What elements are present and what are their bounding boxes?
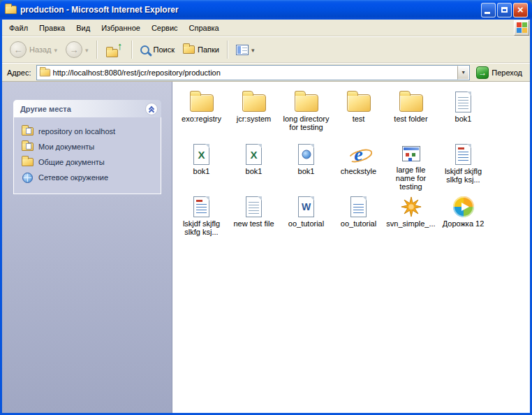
documents-folder-icon <box>21 143 34 151</box>
up-button[interactable] <box>102 41 127 59</box>
file-item[interactable]: svn_simple_... <box>385 191 437 243</box>
file-grid: exo:registry jcr:system long directory f… <box>175 86 530 243</box>
globe-icon <box>302 150 311 159</box>
excel-document-icon: X <box>246 144 262 165</box>
sidebar-item-my-documents[interactable]: Мои документы <box>21 139 156 154</box>
shared-documents-icon <box>21 158 34 166</box>
file-item[interactable]: lskjdf skjflg slkfg ksj... <box>437 138 489 191</box>
file-item[interactable]: test folder <box>385 86 437 138</box>
minimize-icon <box>485 12 490 14</box>
file-item[interactable]: Дорожка 12 <box>437 191 489 243</box>
maximize-icon <box>501 7 508 13</box>
close-button[interactable] <box>513 3 528 17</box>
document-icon <box>455 144 471 165</box>
minimize-button[interactable] <box>481 3 496 17</box>
forward-icon <box>66 41 82 58</box>
window-system-icon[interactable] <box>5 6 17 14</box>
file-item[interactable]: X bok1 <box>228 138 280 191</box>
task-pane: Другие места repository on localhost Мои… <box>2 82 172 413</box>
other-places-header[interactable]: Другие места <box>13 100 161 117</box>
address-dropdown-button[interactable] <box>457 66 469 80</box>
folders-label: Папки <box>198 45 219 54</box>
excel-x-glyph: X <box>246 145 261 164</box>
forward-dropdown-icon <box>85 45 89 54</box>
folder-icon <box>399 94 423 112</box>
network-places-icon <box>21 173 34 183</box>
html-document-icon <box>298 144 314 165</box>
go-arrow-icon <box>476 66 489 79</box>
document-icon <box>350 196 367 217</box>
search-icon <box>140 45 149 54</box>
collapse-chevron-icon[interactable] <box>145 103 158 115</box>
go-button[interactable]: Переход <box>473 66 526 79</box>
file-list-area: exo:registry jcr:system long directory f… <box>172 82 530 413</box>
toolbar-separator <box>227 41 228 59</box>
forward-button[interactable] <box>62 40 92 59</box>
file-item[interactable]: e checkstyle <box>332 138 385 191</box>
file-item[interactable]: large file name for testing <box>385 138 437 191</box>
file-item[interactable]: oo_tutorial <box>332 191 385 243</box>
address-label: Адрес: <box>6 68 33 77</box>
maximize-button[interactable] <box>497 3 512 17</box>
excel-document-icon: X <box>193 144 209 165</box>
explorer-content: Другие места repository on localhost Мои… <box>2 82 530 413</box>
gear-icon <box>401 196 422 217</box>
back-label: Назад <box>29 45 52 54</box>
document-icon <box>193 196 209 217</box>
file-item[interactable]: bok1 <box>280 138 332 191</box>
views-button[interactable] <box>232 43 258 57</box>
sidebar-item-network[interactable]: Сетевое окружение <box>21 170 156 185</box>
file-item[interactable]: new test file <box>228 191 280 243</box>
toolbar-separator <box>96 41 98 59</box>
text-document-icon <box>246 196 262 217</box>
file-item[interactable]: bok1 <box>437 86 489 138</box>
file-item[interactable]: long directory for testing <box>280 86 332 138</box>
sidebar-item-shared-documents[interactable]: Общие документы <box>21 154 156 170</box>
menu-file[interactable]: Файл <box>3 21 34 35</box>
address-folder-icon <box>39 68 50 76</box>
toolbar-separator <box>131 41 133 59</box>
word-w-glyph: W <box>299 197 313 217</box>
title-bar: production - Microsoft Internet Explorer <box>0 0 532 20</box>
standard-buttons-toolbar: Назад Поиск Папки <box>2 36 530 63</box>
back-button[interactable]: Назад <box>6 40 61 59</box>
search-label: Поиск <box>154 45 175 54</box>
application-file-icon <box>402 146 420 161</box>
address-bar: Адрес: Переход <box>2 63 530 82</box>
folder-icon <box>347 94 371 112</box>
folders-button[interactable]: Папки <box>179 44 223 55</box>
media-player-icon <box>453 196 474 217</box>
file-item[interactable]: jcr:system <box>228 86 280 138</box>
go-label: Переход <box>492 68 522 77</box>
word-document-icon: W <box>298 196 314 217</box>
menu-tools[interactable]: Сервис <box>146 21 184 35</box>
text-document-icon <box>455 92 471 112</box>
file-item[interactable]: test <box>332 86 385 138</box>
file-item[interactable]: W oo_tutorial <box>280 191 332 243</box>
up-icon <box>105 42 124 57</box>
document-mark <box>458 147 464 150</box>
back-icon <box>10 41 27 58</box>
file-item[interactable]: lskjdf skjflg slkfg ksj... <box>175 191 228 243</box>
other-places-body: repository on localhost Мои документы Об… <box>13 117 161 194</box>
back-dropdown-icon <box>54 45 58 54</box>
views-dropdown-icon <box>251 45 255 54</box>
views-icon <box>236 45 249 55</box>
menu-help[interactable]: Справка <box>184 21 225 35</box>
menu-edit[interactable]: Правка <box>34 21 71 35</box>
search-button[interactable]: Поиск <box>137 44 178 56</box>
folder-icon <box>190 94 214 112</box>
file-item[interactable]: X bok1 <box>175 138 228 191</box>
menu-view[interactable]: Вид <box>71 21 96 35</box>
address-input-container <box>36 65 471 80</box>
folder-icon <box>295 94 318 112</box>
menu-favorites[interactable]: Избранное <box>96 21 146 35</box>
file-item[interactable]: exo:registry <box>175 86 228 138</box>
shared-folder-icon <box>21 127 34 136</box>
sidebar-item-repository[interactable]: repository on localhost <box>21 124 156 139</box>
excel-x-glyph: X <box>194 145 209 164</box>
window-title: production - Microsoft Internet Explorer <box>20 5 478 15</box>
internet-explorer-icon: e <box>348 144 369 165</box>
address-input[interactable] <box>51 68 458 77</box>
menu-bar: Файл Правка Вид Избранное Сервис Справка <box>2 20 530 36</box>
